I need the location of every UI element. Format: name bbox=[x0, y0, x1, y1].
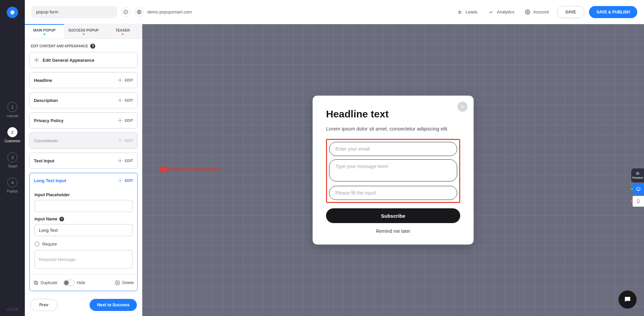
svg-point-10 bbox=[119, 140, 121, 141]
step-customize[interactable]: 2 Customize bbox=[4, 127, 20, 143]
delete-button[interactable]: Delete bbox=[115, 280, 134, 285]
block-long-text-input: Long Text Input EDIT Input Placeholder I… bbox=[30, 173, 138, 291]
edit-label: EDIT bbox=[125, 178, 133, 182]
nav-label: Account bbox=[533, 9, 549, 14]
step-number: 2 bbox=[7, 127, 17, 137]
input-placeholder-field[interactable] bbox=[35, 200, 132, 212]
block-card-footer: Duplicate Hide Delete bbox=[30, 274, 137, 291]
tab-label: SUCCESS POPUP bbox=[68, 28, 99, 32]
popup-tabs: MAIN POPUP SUCCESS POPUP TEASER bbox=[25, 24, 142, 39]
blocks-list[interactable]: Edit General Appearance Headline EDIT De… bbox=[25, 52, 142, 293]
svg-point-7 bbox=[119, 80, 121, 81]
foot-label: Hide bbox=[77, 280, 85, 285]
footer-bar: Prev Next to Success bbox=[25, 293, 142, 316]
gear-icon bbox=[34, 57, 39, 63]
step-target[interactable]: 3 Target bbox=[7, 152, 17, 168]
svg-point-4 bbox=[460, 11, 461, 12]
popup-description[interactable]: Lorem ipsum dolor sit amet, consectetur … bbox=[326, 125, 460, 133]
duplicate-button[interactable]: Duplicate bbox=[33, 280, 57, 285]
step-label: Target bbox=[8, 164, 17, 168]
svg-point-9 bbox=[119, 120, 121, 121]
nav-leads[interactable]: Leads bbox=[457, 9, 477, 14]
save-button[interactable]: SAVE bbox=[557, 6, 584, 18]
block-label: Countdown bbox=[34, 138, 58, 143]
tab-success-popup[interactable]: SUCCESS POPUP bbox=[64, 24, 103, 39]
svg-point-20 bbox=[638, 202, 639, 203]
step-number: 1 bbox=[7, 102, 17, 112]
help-icon[interactable]: ? bbox=[90, 44, 95, 49]
nav-analytics[interactable]: Analytics bbox=[488, 9, 514, 14]
device-mobile-button[interactable] bbox=[633, 196, 644, 207]
svg-point-5 bbox=[527, 11, 528, 13]
svg-point-11 bbox=[119, 160, 121, 161]
device-desktop-button[interactable] bbox=[633, 184, 644, 195]
block-card-header[interactable]: Long Text Input EDIT bbox=[30, 173, 137, 188]
svg-rect-13 bbox=[35, 282, 38, 284]
tab-label: MAIN POPUP bbox=[33, 28, 56, 32]
gear-icon bbox=[117, 98, 123, 103]
nav-account[interactable]: Account bbox=[525, 9, 549, 15]
inspector-panel: MAIN POPUP SUCCESS POPUP TEASER EDIT CON… bbox=[25, 24, 142, 316]
block-headline[interactable]: Headline EDIT bbox=[30, 72, 138, 88]
app-logo[interactable] bbox=[7, 7, 18, 18]
tab-teaser[interactable]: TEASER bbox=[103, 24, 142, 39]
step-number: 3 bbox=[7, 152, 17, 162]
help-icon[interactable]: ? bbox=[59, 217, 64, 221]
block-label: Long Text Input bbox=[34, 178, 66, 183]
status-dot-icon bbox=[122, 33, 123, 35]
svg-point-17 bbox=[637, 173, 638, 174]
gear-icon bbox=[117, 158, 123, 163]
popup-remind-link[interactable]: Remind me later bbox=[326, 228, 460, 234]
block-countdown[interactable]: Countdown EDIT bbox=[30, 133, 138, 149]
preview-button[interactable]: Preview bbox=[631, 168, 644, 182]
block-text-input[interactable]: Text Input EDIT bbox=[30, 153, 138, 169]
popup-email-input[interactable] bbox=[329, 142, 457, 156]
require-radio[interactable]: Require bbox=[35, 242, 132, 247]
prev-button[interactable]: Prev bbox=[30, 299, 57, 311]
block-general-appearance[interactable]: Edit General Appearance bbox=[30, 52, 138, 68]
popup-submit-button[interactable]: Subscribe bbox=[326, 208, 460, 223]
gear-icon bbox=[117, 138, 123, 143]
svg-point-8 bbox=[119, 100, 121, 101]
gear-icon bbox=[117, 118, 123, 123]
input-name-field[interactable] bbox=[35, 224, 132, 236]
step-layouts[interactable]: 1 Layouts bbox=[6, 102, 18, 118]
popup-fill-input[interactable] bbox=[329, 186, 457, 200]
popup-headline[interactable]: Headline text bbox=[326, 108, 460, 120]
edit-label: EDIT bbox=[125, 78, 133, 82]
edit-label: EDIT bbox=[125, 118, 133, 122]
campaign-name-input[interactable] bbox=[32, 6, 117, 18]
gear-icon bbox=[117, 178, 123, 183]
inputs-highlight bbox=[326, 139, 460, 203]
block-description[interactable]: Description EDIT bbox=[30, 92, 138, 108]
globe-icon[interactable] bbox=[135, 7, 144, 17]
popup-preview: Headline text Lorem ipsum dolor sit amet… bbox=[313, 96, 474, 245]
nav-label: Leads bbox=[466, 9, 477, 14]
preview-rail: Preview bbox=[631, 168, 644, 208]
preview-label: Preview bbox=[632, 176, 643, 179]
version-label: v1.3.29 bbox=[0, 308, 25, 311]
input-placeholder-label: Input Placeholder bbox=[35, 193, 132, 197]
block-label: Description bbox=[34, 98, 58, 103]
next-button[interactable]: Next to Success bbox=[90, 299, 137, 311]
gear-icon bbox=[117, 77, 123, 83]
chat-icon[interactable] bbox=[619, 291, 637, 309]
block-privacy-policy[interactable]: Privacy Policy EDIT bbox=[30, 112, 138, 128]
preview-canvas: Headline text Lorem ipsum dolor sit amet… bbox=[142, 24, 644, 316]
edit-label: EDIT bbox=[125, 98, 133, 102]
popup-message-input[interactable] bbox=[329, 159, 457, 181]
close-icon[interactable] bbox=[458, 102, 468, 112]
nav-rail: 1 Layouts 2 Customize 3 Target 4 Publish… bbox=[0, 0, 25, 316]
block-label: Privacy Policy bbox=[34, 118, 63, 123]
hide-toggle[interactable]: Hide bbox=[63, 280, 85, 286]
block-label: Headline bbox=[34, 78, 52, 83]
style-icon[interactable] bbox=[121, 7, 130, 17]
publish-button[interactable]: SAVE & PUBLISH bbox=[589, 6, 637, 18]
required-message-field[interactable] bbox=[35, 250, 132, 269]
tab-label: TEASER bbox=[115, 28, 130, 32]
svg-point-12 bbox=[119, 180, 121, 181]
step-publish[interactable]: 4 Publish bbox=[7, 177, 18, 193]
annotation-arrow-icon bbox=[161, 163, 221, 175]
radio-label: Require bbox=[42, 242, 57, 247]
tab-main-popup[interactable]: MAIN POPUP bbox=[25, 24, 64, 39]
